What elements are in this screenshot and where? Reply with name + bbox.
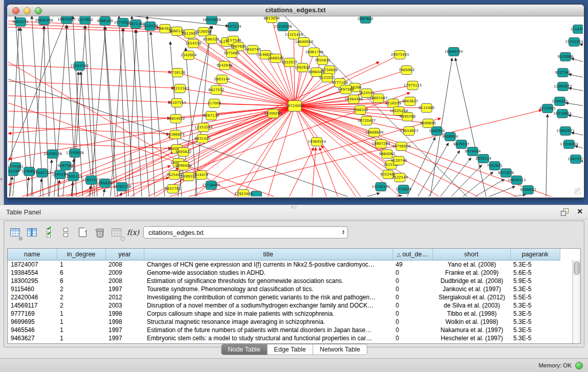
table-cell-out_de[interactable]: 0 bbox=[393, 293, 432, 301]
table-cell-in_degree[interactable]: 1 bbox=[57, 260, 105, 269]
table-cell-title[interactable]: Embryonic stem cells: a model to study s… bbox=[144, 334, 393, 342]
table-row[interactable]: 1830029562008Estimation of significance … bbox=[8, 277, 580, 285]
table-cell-year[interactable]: 2008 bbox=[105, 277, 144, 285]
table-cell-year[interactable]: 2003 bbox=[105, 301, 144, 310]
left-splitpane-gutter[interactable] bbox=[0, 0, 4, 205]
table-cell-in_degree[interactable]: 6 bbox=[57, 269, 105, 277]
table-cell-pagerank[interactable]: 5.3E-5 bbox=[510, 310, 560, 318]
table-panel-header[interactable]: Table Panel ✕ bbox=[0, 205, 588, 220]
table-cell-name[interactable]: 19384554 bbox=[8, 269, 57, 277]
table-cell-name[interactable]: 9465546 bbox=[8, 326, 57, 334]
table-cell-short[interactable]: Yano et al. (2008) bbox=[432, 260, 510, 269]
table-cell-title[interactable]: Investigating the contribution of common… bbox=[144, 293, 393, 301]
table-cell-out_de[interactable]: 0 bbox=[393, 301, 432, 310]
table-row[interactable]: 969969511998Structural magnetic resonanc… bbox=[8, 318, 580, 326]
column-header-pagerank[interactable]: pagerank bbox=[510, 249, 560, 260]
table-cell-name[interactable]: 9777169 bbox=[8, 310, 57, 318]
table-cell-short[interactable]: Nakamura et al. (1997) bbox=[432, 326, 510, 334]
table-row[interactable]: 911546021997Tourette syndrome. Phenomeno… bbox=[8, 285, 580, 293]
table-cell-year[interactable]: 2009 bbox=[105, 269, 144, 277]
table-cell-out_de[interactable]: 0 bbox=[393, 326, 432, 334]
table-cell-title[interactable]: Disruption of a novel member of a sodium… bbox=[144, 301, 393, 310]
table-cell-out_de[interactable]: 49 bbox=[393, 260, 432, 269]
table-cell-short[interactable]: Stergiakouli et al. (2012) bbox=[432, 293, 510, 301]
table-row[interactable]: 2242004622012Investigating the contribut… bbox=[8, 293, 580, 301]
table-cell-out_de[interactable]: 0 bbox=[393, 277, 432, 285]
delete-table-button[interactable]: ✕ bbox=[110, 226, 123, 239]
table-cell-title[interactable]: Genome-wide association studies in ADHD. bbox=[144, 269, 393, 277]
table-cell-title[interactable]: Changes of HCN gene expression and I(f) … bbox=[144, 260, 393, 269]
table-cell-title[interactable]: Corpus callosum shape and size in male p… bbox=[144, 310, 393, 318]
network-canvas[interactable]: 9405571206914061065528715276028466160107… bbox=[8, 16, 583, 196]
table-row[interactable]: 946554611997Estimation of the future num… bbox=[8, 326, 580, 334]
table-cell-short[interactable]: de Silva et al. (2003) bbox=[432, 301, 510, 310]
network-view-window[interactable]: citations_edges.txt 94055712069140610655… bbox=[7, 4, 584, 198]
table-cell-year[interactable]: 1997 bbox=[105, 334, 144, 342]
table-cell-out_de[interactable]: 0 bbox=[393, 285, 432, 293]
table-cell-title[interactable]: Tourette syndrome. Phenomenology and cla… bbox=[144, 285, 393, 293]
create-column-button[interactable] bbox=[76, 226, 89, 239]
table-selector[interactable]: citations_edges.txt ▲▼ bbox=[143, 226, 348, 238]
table-row[interactable]: 1938455462009Genome-wide association stu… bbox=[8, 269, 580, 277]
table-cell-pagerank[interactable]: 5.9E-5 bbox=[510, 277, 560, 285]
table-cell-title[interactable]: Estimation of significance thresholds fo… bbox=[144, 277, 393, 285]
column-settings-button[interactable]: ⚙ bbox=[8, 226, 21, 239]
window-titlebar[interactable]: citations_edges.txt bbox=[7, 5, 584, 16]
table-cell-name[interactable]: 22420046 bbox=[8, 293, 57, 301]
table-cell-pagerank[interactable]: 5.3E-5 bbox=[510, 301, 560, 310]
tab-edge-table[interactable]: Edge Table bbox=[267, 344, 313, 355]
table-cell-short[interactable]: Wolkin et al. (1998) bbox=[432, 318, 510, 326]
column-header-year[interactable]: year bbox=[105, 249, 144, 260]
table-cell-in_degree[interactable]: 6 bbox=[57, 277, 105, 285]
column-header-name[interactable]: name bbox=[8, 249, 57, 260]
table-cell-year[interactable]: 2012 bbox=[105, 293, 144, 301]
table-cell-name[interactable]: 18300295 bbox=[8, 277, 57, 285]
table-cell-in_degree[interactable]: 1 bbox=[57, 334, 105, 342]
table-cell-short[interactable]: Dudbridge et al. (2008) bbox=[432, 277, 510, 285]
show-hide-column-button[interactable] bbox=[25, 226, 38, 239]
table-cell-in_degree[interactable]: 1 bbox=[57, 310, 105, 318]
scrollbar-thumb[interactable] bbox=[574, 261, 580, 275]
memory-ok-indicator[interactable] bbox=[575, 362, 583, 369]
table-cell-name[interactable]: 18724007 bbox=[8, 260, 57, 269]
table-cell-short[interactable]: Franke et al. (2009) bbox=[432, 269, 510, 277]
table-row[interactable]: 1456911722003Disruption of a novel membe… bbox=[8, 301, 580, 310]
table-cell-pagerank[interactable]: 5.3E-5 bbox=[510, 285, 560, 293]
table-cell-in_degree[interactable]: 2 bbox=[57, 293, 105, 301]
table-cell-title[interactable]: Estimation of the future numbers of pati… bbox=[144, 326, 393, 334]
splitpane-collapse-arrow-icon[interactable] bbox=[1, 178, 3, 181]
select-all-button[interactable]: ✔ ✔ bbox=[42, 226, 55, 239]
table-cell-pagerank[interactable]: 5.3E-5 bbox=[510, 318, 560, 326]
table-cell-pagerank[interactable]: 5.3E-5 bbox=[510, 260, 560, 269]
column-header-in_degree[interactable]: in_degree bbox=[57, 249, 105, 260]
column-header-out_de[interactable]: △out_de… bbox=[393, 249, 432, 260]
table-cell-in_degree[interactable]: 1 bbox=[57, 326, 105, 334]
table-cell-name[interactable]: 14569117 bbox=[8, 301, 57, 310]
table-cell-name[interactable]: 9115460 bbox=[8, 285, 57, 293]
table-vertical-scrollbar[interactable] bbox=[572, 260, 580, 343]
table-cell-out_de[interactable]: 0 bbox=[393, 334, 432, 342]
float-panel-icon[interactable] bbox=[561, 208, 569, 216]
tab-network-table[interactable]: Network Table bbox=[313, 344, 367, 355]
table-cell-in_degree[interactable]: 1 bbox=[57, 318, 105, 326]
table-cell-year[interactable]: 1997 bbox=[105, 285, 144, 293]
table-cell-short[interactable]: Hescheler et al. (1997) bbox=[432, 334, 510, 342]
function-builder-button[interactable]: f(x) bbox=[126, 226, 140, 239]
table-row[interactable]: 977716911998Corpus callosum shape and si… bbox=[8, 310, 580, 318]
table-cell-in_degree[interactable]: 2 bbox=[57, 301, 105, 310]
table-cell-in_degree[interactable]: 2 bbox=[57, 285, 105, 293]
table-cell-year[interactable]: 1997 bbox=[105, 326, 144, 334]
table-cell-short[interactable]: Tibbo et al. (1998) bbox=[432, 310, 510, 318]
network-canvas-area[interactable]: 9405571206914061065528715276028466160107… bbox=[8, 16, 583, 196]
table-cell-out_de[interactable]: 0 bbox=[393, 269, 432, 277]
splitpane-resize-grip[interactable] bbox=[291, 206, 297, 209]
table-cell-out_de[interactable]: 0 bbox=[393, 318, 432, 326]
window-resize-grip[interactable] bbox=[574, 188, 581, 195]
table-cell-pagerank[interactable]: 5.5E-5 bbox=[510, 293, 560, 301]
column-header-title[interactable]: title bbox=[144, 249, 393, 260]
table-row[interactable]: 1872400712008Changes of HCN gene express… bbox=[8, 260, 580, 269]
table-cell-year[interactable]: 1998 bbox=[105, 318, 144, 326]
table-cell-year[interactable]: 1998 bbox=[105, 310, 144, 318]
table-cell-pagerank[interactable]: 5.3E-5 bbox=[510, 326, 560, 334]
column-header-short[interactable]: short bbox=[432, 249, 510, 260]
